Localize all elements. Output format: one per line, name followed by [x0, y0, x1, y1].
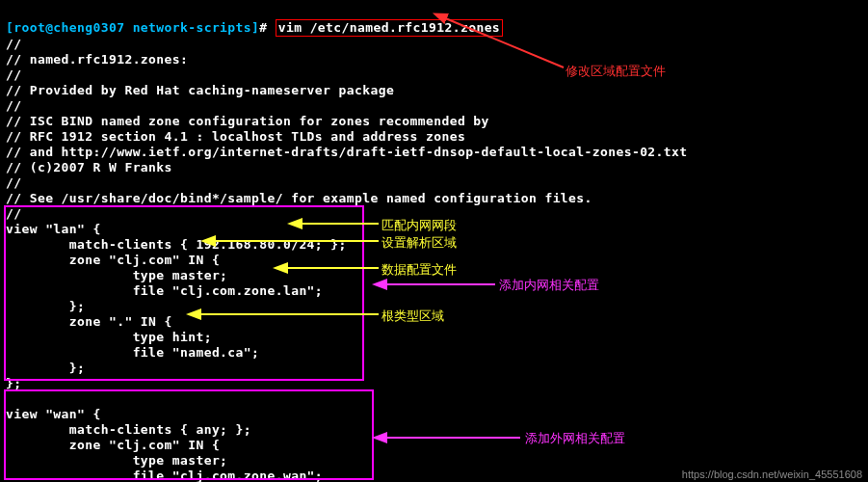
lan-3: type master; [6, 268, 227, 282]
hdr-4: // [6, 98, 21, 113]
wan-2: zone "clj.com" IN { [6, 438, 220, 452]
hdr-2: // [6, 67, 21, 82]
hdr-7: // and http://www.ietf.org/internet-draf… [6, 145, 688, 159]
hdr-9: // [6, 175, 21, 190]
lan-0: view "lan" { [6, 222, 101, 236]
wan-3: type master; [6, 453, 227, 468]
lan-8: file "named.ca"; [6, 345, 259, 360]
ann-y2: 设置解析区域 [381, 234, 457, 252]
lan-10: }; [6, 376, 21, 390]
lan-1: match-clients { 192.168.80.0/24; }; [6, 237, 347, 252]
hdr-11: // [6, 206, 21, 221]
ann-top: 修改区域配置文件 [566, 63, 666, 80]
ann-y3: 数据配置文件 [381, 261, 457, 279]
lan-4: file "clj.com.zone.lan"; [6, 283, 323, 298]
lan-7: type hint; [6, 330, 212, 344]
wan-1: match-clients { any; }; [6, 422, 251, 437]
hdr-6: // RFC 1912 section 4.1 : localhost TLDs… [6, 129, 465, 144]
hdr-0: // [6, 37, 21, 51]
prompt-user-host: [root@cheng0307 network-scripts] [6, 20, 259, 35]
lan-2: zone "clj.com" IN { [6, 253, 220, 267]
lan-6: zone "." IN { [6, 314, 172, 329]
command-box: vim /etc/named.rfc1912.zones [276, 19, 503, 37]
lan-9: }; [6, 361, 85, 375]
ann-m1: 添加内网相关配置 [499, 277, 599, 294]
hdr-8: // (c)2007 R W Franks [6, 160, 172, 174]
hdr-5: // ISC BIND named zone configuration for… [6, 114, 489, 128]
hdr-1: // named.rfc1912.zones: [6, 52, 188, 67]
lan-5: }; [6, 299, 85, 313]
prompt-hash: # [259, 20, 267, 35]
wan-0: view "wan" { [6, 407, 101, 421]
ann-y4: 根类型区域 [381, 308, 444, 325]
command-text: vim /etc/named.rfc1912.zones [278, 20, 500, 35]
hdr-10: // See /usr/share/doc/bind*/sample/ for … [6, 191, 592, 205]
wan-4: file "clj.com.zone.wan"; [6, 469, 323, 482]
watermark: https://blog.csdn.net/weixin_45551608 [682, 469, 862, 480]
hdr-3: // Provided by Red Hat caching-nameserve… [6, 83, 394, 97]
ann-m2: 添加外网相关配置 [525, 430, 625, 447]
ann-y1: 匹配内网网段 [381, 217, 457, 234]
